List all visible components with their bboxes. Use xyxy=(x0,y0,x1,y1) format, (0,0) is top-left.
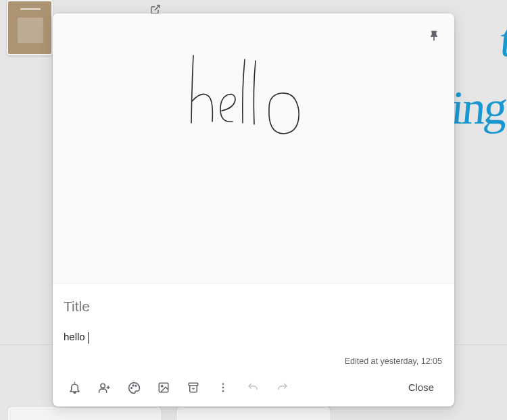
handwriting-hello xyxy=(134,41,337,155)
add-collaborator-button[interactable] xyxy=(89,374,119,401)
add-collaborator-icon xyxy=(98,382,111,394)
more-icon xyxy=(217,382,229,394)
text-caret xyxy=(88,332,89,344)
undo-icon xyxy=(247,382,259,394)
pin-button[interactable] xyxy=(423,26,445,47)
more-options-button[interactable] xyxy=(208,374,238,401)
svg-rect-9 xyxy=(189,383,198,386)
svg-point-4 xyxy=(130,387,132,388)
note-body: hello Edited at yesterday, 12:05 xyxy=(53,284,454,371)
svg-point-10 xyxy=(222,383,224,385)
title-input[interactable] xyxy=(64,294,443,319)
note-toolbar: Close xyxy=(53,371,454,406)
archive-button[interactable] xyxy=(178,374,208,401)
archive-icon xyxy=(187,382,199,394)
remind-icon xyxy=(68,382,81,394)
svg-point-5 xyxy=(132,385,134,386)
svg-point-11 xyxy=(222,387,224,389)
svg-point-1 xyxy=(100,384,104,388)
remind-me-button[interactable] xyxy=(59,374,89,401)
edited-timestamp: Edited at yesterday, 12:05 xyxy=(64,351,443,366)
svg-point-8 xyxy=(162,386,163,387)
svg-point-6 xyxy=(135,385,137,386)
add-image-button[interactable] xyxy=(149,374,178,401)
drawing-canvas[interactable] xyxy=(53,14,454,284)
close-button[interactable]: Close xyxy=(395,377,448,398)
redo-icon xyxy=(276,382,289,394)
svg-point-12 xyxy=(222,390,224,392)
redo-button[interactable] xyxy=(268,374,297,401)
undo-button[interactable] xyxy=(238,374,268,401)
color-palette-button[interactable] xyxy=(119,374,149,401)
palette-icon xyxy=(128,382,141,394)
note-editor-modal: hello Edited at yesterday, 12:05 xyxy=(53,14,454,406)
note-text-input[interactable]: hello xyxy=(64,319,443,346)
image-icon xyxy=(158,382,170,394)
pin-icon xyxy=(427,30,441,43)
